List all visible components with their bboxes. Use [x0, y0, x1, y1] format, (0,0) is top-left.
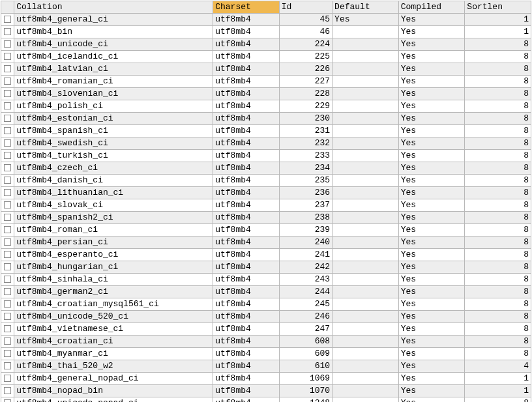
- checkbox-icon[interactable]: [4, 276, 11, 283]
- checkbox-icon[interactable]: [4, 263, 11, 270]
- table-row[interactable]: utf8mb4_general_ciutf8mb445YesYes1: [1, 14, 531, 26]
- checkbox-icon[interactable]: [4, 78, 11, 85]
- row-checkbox[interactable]: [1, 125, 14, 137]
- row-checkbox[interactable]: [1, 224, 14, 237]
- table-row[interactable]: utf8mb4_spanish2_ciutf8mb4238Yes8: [1, 212, 531, 224]
- checkbox-icon[interactable]: [4, 238, 11, 246]
- table-row[interactable]: utf8mb4_hungarian_ciutf8mb4242Yes8: [1, 261, 531, 274]
- table-row[interactable]: utf8mb4_spanish_ciutf8mb4231Yes8: [1, 125, 531, 137]
- row-checkbox[interactable]: [1, 274, 14, 286]
- table-row[interactable]: utf8mb4_persian_ciutf8mb4240Yes8: [1, 237, 531, 249]
- checkbox-icon[interactable]: [4, 115, 11, 122]
- row-checkbox[interactable]: [1, 311, 14, 323]
- checkbox-icon[interactable]: [4, 313, 11, 320]
- row-checkbox[interactable]: [1, 212, 14, 224]
- row-checkbox[interactable]: [1, 249, 14, 261]
- row-checkbox[interactable]: [1, 137, 14, 150]
- collation-table[interactable]: Collation Charset Id Default Compiled So…: [1, 1, 531, 402]
- table-row[interactable]: utf8mb4_icelandic_ciutf8mb4225Yes8: [1, 51, 531, 63]
- row-checkbox[interactable]: [1, 100, 14, 113]
- row-checkbox[interactable]: [1, 187, 14, 199]
- checkbox-icon[interactable]: [4, 362, 11, 369]
- checkbox-icon[interactable]: [4, 177, 11, 184]
- checkbox-icon[interactable]: [4, 40, 11, 48]
- table-row[interactable]: utf8mb4_croatian_mysql561_ciutf8mb4245Ye…: [1, 298, 531, 311]
- table-row[interactable]: utf8mb4_lithuanian_ciutf8mb4236Yes8: [1, 187, 531, 199]
- checkbox-icon[interactable]: [4, 28, 11, 35]
- row-checkbox[interactable]: [1, 150, 14, 162]
- checkbox-icon[interactable]: [4, 288, 11, 295]
- table-row[interactable]: utf8mb4_slovak_ciutf8mb4237Yes8: [1, 199, 531, 212]
- header-compiled[interactable]: Compiled: [398, 1, 465, 14]
- table-row[interactable]: utf8mb4_nopad_binutf8mb41070Yes1: [1, 385, 531, 397]
- checkbox-icon[interactable]: [4, 127, 11, 134]
- checkbox-icon[interactable]: [4, 337, 11, 345]
- header-id[interactable]: Id: [279, 1, 332, 14]
- row-checkbox[interactable]: [1, 360, 14, 373]
- header-sortlen[interactable]: Sortlen: [465, 1, 531, 14]
- table-row[interactable]: utf8mb4_romanian_ciutf8mb4227Yes8: [1, 76, 531, 88]
- checkbox-icon[interactable]: [4, 226, 11, 233]
- table-row[interactable]: utf8mb4_czech_ciutf8mb4234Yes8: [1, 162, 531, 175]
- checkbox-icon[interactable]: [4, 164, 11, 171]
- checkbox-icon[interactable]: [4, 214, 11, 221]
- table-row[interactable]: utf8mb4_estonian_ciutf8mb4230Yes8: [1, 113, 531, 125]
- table-row[interactable]: utf8mb4_vietnamese_ciutf8mb4247Yes8: [1, 323, 531, 336]
- row-checkbox[interactable]: [1, 373, 14, 385]
- table-row[interactable]: utf8mb4_german2_ciutf8mb4244Yes8: [1, 286, 531, 298]
- row-checkbox[interactable]: [1, 199, 14, 212]
- row-checkbox[interactable]: [1, 336, 14, 348]
- row-checkbox[interactable]: [1, 286, 14, 298]
- row-checkbox[interactable]: [1, 298, 14, 311]
- checkbox-icon[interactable]: [4, 16, 11, 23]
- table-row[interactable]: utf8mb4_unicode_ciutf8mb4224Yes8: [1, 38, 531, 51]
- table-row[interactable]: utf8mb4_roman_ciutf8mb4239Yes8: [1, 224, 531, 237]
- table-row[interactable]: utf8mb4_general_nopad_ciutf8mb41069Yes1: [1, 373, 531, 385]
- checkbox-icon[interactable]: [4, 65, 11, 72]
- checkbox-icon[interactable]: [4, 350, 11, 357]
- header-check[interactable]: [1, 1, 14, 14]
- row-checkbox[interactable]: [1, 113, 14, 125]
- table-row[interactable]: utf8mb4_swedish_ciutf8mb4232Yes8: [1, 137, 531, 150]
- row-checkbox[interactable]: [1, 51, 14, 63]
- row-checkbox[interactable]: [1, 261, 14, 274]
- row-checkbox[interactable]: [1, 76, 14, 88]
- table-row[interactable]: utf8mb4_slovenian_ciutf8mb4228Yes8: [1, 88, 531, 100]
- table-row[interactable]: utf8mb4_croatian_ciutf8mb4608Yes8: [1, 336, 531, 348]
- checkbox-icon[interactable]: [4, 53, 11, 60]
- row-checkbox[interactable]: [1, 14, 14, 26]
- row-checkbox[interactable]: [1, 323, 14, 336]
- table-row[interactable]: utf8mb4_polish_ciutf8mb4229Yes8: [1, 100, 531, 113]
- header-charset[interactable]: Charset: [213, 1, 280, 14]
- checkbox-icon[interactable]: [4, 102, 11, 109]
- checkbox-icon[interactable]: [4, 300, 11, 308]
- checkbox-icon[interactable]: [4, 139, 11, 147]
- table-row[interactable]: utf8mb4_sinhala_ciutf8mb4243Yes8: [1, 274, 531, 286]
- table-row[interactable]: utf8mb4_binutf8mb446Yes1: [1, 26, 531, 38]
- row-checkbox[interactable]: [1, 175, 14, 187]
- checkbox-icon[interactable]: [4, 387, 11, 394]
- row-checkbox[interactable]: [1, 88, 14, 100]
- header-default[interactable]: Default: [332, 1, 399, 14]
- row-checkbox[interactable]: [1, 397, 14, 403]
- row-checkbox[interactable]: [1, 63, 14, 76]
- checkbox-icon[interactable]: [4, 90, 11, 97]
- checkbox-icon[interactable]: [4, 201, 11, 208]
- checkbox-icon[interactable]: [4, 189, 11, 196]
- row-checkbox[interactable]: [1, 385, 14, 397]
- checkbox-icon[interactable]: [4, 375, 11, 382]
- table-row[interactable]: utf8mb4_unicode_520_ciutf8mb4246Yes8: [1, 311, 531, 323]
- table-row[interactable]: utf8mb4_danish_ciutf8mb4235Yes8: [1, 175, 531, 187]
- checkbox-icon[interactable]: [4, 152, 11, 159]
- checkbox-icon[interactable]: [4, 399, 11, 402]
- table-row[interactable]: utf8mb4_turkish_ciutf8mb4233Yes8: [1, 150, 531, 162]
- row-checkbox[interactable]: [1, 26, 14, 38]
- checkbox-icon[interactable]: [4, 325, 11, 332]
- table-row[interactable]: utf8mb4_esperanto_ciutf8mb4241Yes8: [1, 249, 531, 261]
- table-row[interactable]: utf8mb4_unicode_nopad_ciutf8mb41248Yes8: [1, 397, 531, 403]
- row-checkbox[interactable]: [1, 237, 14, 249]
- header-collation[interactable]: Collation: [14, 1, 213, 14]
- table-row[interactable]: utf8mb4_myanmar_ciutf8mb4609Yes8: [1, 348, 531, 360]
- table-row[interactable]: utf8mb4_thai_520_w2utf8mb4610Yes4: [1, 360, 531, 373]
- table-row[interactable]: utf8mb4_latvian_ciutf8mb4226Yes8: [1, 63, 531, 76]
